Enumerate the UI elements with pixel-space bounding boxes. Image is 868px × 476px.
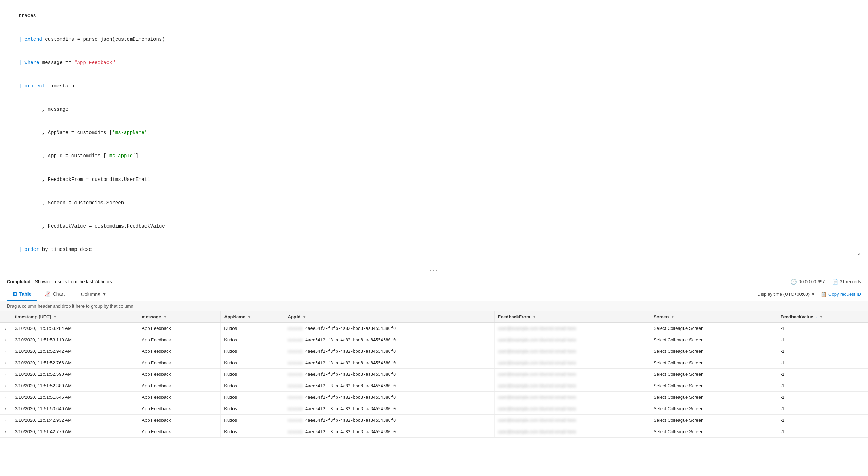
cell-timestamp: 3/10/2020, 11:51:42.932 AM bbox=[11, 414, 138, 426]
cell-feedbackfrom: user@example.com blurred email here bbox=[495, 346, 650, 357]
copy-request-button[interactable]: 📋 Copy request ID bbox=[821, 292, 861, 297]
row-expand-button[interactable]: › bbox=[3, 395, 8, 400]
collapse-editor-button[interactable]: ⌃ bbox=[857, 251, 861, 261]
cell-timestamp: 3/10/2020, 11:51:52.590 AM bbox=[11, 368, 138, 380]
copy-request-label: Copy request ID bbox=[828, 292, 861, 297]
row-expand-cell: › bbox=[0, 426, 11, 437]
code-line-7: , FeedbackFrom = customdims.UserEmail bbox=[7, 168, 861, 191]
query-editor[interactable]: traces | extend customdims = parse_json(… bbox=[0, 0, 868, 264]
cell-timestamp: 3/10/2020, 11:51:42.779 AM bbox=[11, 426, 138, 437]
records-count: 📄 31 records bbox=[832, 279, 861, 285]
table-row[interactable]: ›3/10/2020, 11:51:52.380 AMApp FeedbackK… bbox=[0, 380, 868, 391]
feedbackvalue-filter-icon[interactable]: ▼ bbox=[819, 315, 823, 319]
cell-screen: Select Colleague Screen bbox=[650, 334, 777, 346]
table-body: ›3/10/2020, 11:51:53.284 AMApp FeedbackK… bbox=[0, 323, 868, 438]
code-line-1: | extend customdims = parse_json(customD… bbox=[7, 27, 861, 51]
row-expand-cell: › bbox=[0, 334, 11, 346]
screen-filter-icon[interactable]: ▼ bbox=[671, 315, 674, 319]
table-scroll-area[interactable]: timestamp [UTC] ▼ message ▼ AppName bbox=[0, 311, 868, 476]
cell-feedbackfrom: user@example.com blurred email here bbox=[495, 403, 650, 414]
row-expand-button[interactable]: › bbox=[3, 337, 8, 343]
row-expand-button[interactable]: › bbox=[3, 326, 8, 331]
appname-filter-icon[interactable]: ▼ bbox=[247, 315, 251, 319]
cell-feedbackvalue: -1 bbox=[777, 334, 868, 346]
th-screen[interactable]: Screen ▼ bbox=[650, 311, 777, 323]
row-expand-cell: › bbox=[0, 323, 11, 334]
display-time-chevron: ▼ bbox=[811, 292, 815, 297]
cell-appid: xxxxxx 4aee54f2-f8fb-4a82-bbd3-aa3455438… bbox=[284, 323, 495, 334]
table-row[interactable]: ›3/10/2020, 11:51:42.779 AMApp FeedbackK… bbox=[0, 426, 868, 437]
cell-feedbackfrom: user@example.com blurred email here bbox=[495, 323, 650, 334]
row-expand-button[interactable]: › bbox=[3, 418, 8, 423]
tab-chart[interactable]: 📈 Chart bbox=[39, 288, 70, 301]
th-feedbackvalue[interactable]: FeedbackValue ↓ ▼ bbox=[777, 311, 868, 323]
cell-screen: Select Colleague Screen bbox=[650, 426, 777, 437]
cell-message: App Feedback bbox=[138, 334, 221, 346]
execution-time: 🕐 00:00:00.697 bbox=[790, 279, 825, 285]
th-screen-label: Screen bbox=[654, 314, 669, 319]
th-feedbackfrom-label: FeedbackFrom bbox=[498, 314, 530, 319]
row-expand-button[interactable]: › bbox=[3, 349, 8, 354]
code-line-3: | project timestamp bbox=[7, 74, 861, 98]
section-separator: ··· bbox=[0, 264, 868, 276]
cell-timestamp: 3/10/2020, 11:51:52.380 AM bbox=[11, 380, 138, 391]
cell-feedbackvalue: -1 bbox=[777, 380, 868, 391]
columns-label: Columns bbox=[81, 292, 100, 297]
toolbar: ⊞ Table 📈 Chart Columns ▼ Display time (… bbox=[0, 288, 868, 301]
row-expand-cell: › bbox=[0, 357, 11, 368]
cell-screen: Select Colleague Screen bbox=[650, 357, 777, 368]
cell-appname: Kudos bbox=[221, 334, 284, 346]
tab-table[interactable]: ⊞ Table bbox=[7, 288, 37, 301]
row-expand-button[interactable]: › bbox=[3, 429, 8, 435]
row-expand-cell: › bbox=[0, 391, 11, 403]
cell-message: App Feedback bbox=[138, 346, 221, 357]
table-header: timestamp [UTC] ▼ message ▼ AppName bbox=[0, 311, 868, 323]
copy-icon: 📋 bbox=[821, 292, 827, 297]
table-row[interactable]: ›3/10/2020, 11:51:52.942 AMApp FeedbackK… bbox=[0, 346, 868, 357]
th-appid[interactable]: AppId ▼ bbox=[284, 311, 495, 323]
cell-message: App Feedback bbox=[138, 403, 221, 414]
cell-appname: Kudos bbox=[221, 380, 284, 391]
cell-appname: Kudos bbox=[221, 346, 284, 357]
feedbackfrom-filter-icon[interactable]: ▼ bbox=[532, 315, 536, 319]
appid-filter-icon[interactable]: ▼ bbox=[302, 315, 306, 319]
feedbackvalue-sort-icon[interactable]: ↓ bbox=[815, 315, 818, 319]
cell-feedbackvalue: -1 bbox=[777, 403, 868, 414]
th-timestamp-label: timestamp [UTC] bbox=[15, 314, 51, 319]
display-time-button[interactable]: Display time (UTC+00:00) ▼ bbox=[757, 292, 815, 297]
table-row[interactable]: ›3/10/2020, 11:51:50.640 AMApp FeedbackK… bbox=[0, 403, 868, 414]
completed-label: Completed bbox=[7, 279, 30, 284]
th-appname[interactable]: AppName ▼ bbox=[221, 311, 284, 323]
message-filter-icon[interactable]: ▼ bbox=[163, 315, 167, 319]
cell-screen: Select Colleague Screen bbox=[650, 380, 777, 391]
cell-timestamp: 3/10/2020, 11:51:53.284 AM bbox=[11, 323, 138, 334]
cell-appname: Kudos bbox=[221, 368, 284, 380]
row-expand-button[interactable]: › bbox=[3, 372, 8, 377]
cell-appname: Kudos bbox=[221, 414, 284, 426]
row-expand-button[interactable]: › bbox=[3, 383, 8, 389]
cell-feedbackvalue: -1 bbox=[777, 391, 868, 403]
row-expand-button[interactable]: › bbox=[3, 406, 8, 412]
timestamp-filter-icon[interactable]: ▼ bbox=[53, 315, 57, 319]
code-line-5: , AppName = customdims.['ms-appName'] bbox=[7, 121, 861, 144]
row-expand-button[interactable]: › bbox=[3, 360, 8, 366]
table-row[interactable]: ›3/10/2020, 11:51:52.766 AMApp FeedbackK… bbox=[0, 357, 868, 368]
table-row[interactable]: ›3/10/2020, 11:51:53.284 AMApp FeedbackK… bbox=[0, 323, 868, 334]
table-row[interactable]: ›3/10/2020, 11:51:53.110 AMApp FeedbackK… bbox=[0, 334, 868, 346]
cell-appid: xxxxxx 4aee54f2-f8fb-4a82-bbd3-aa3455438… bbox=[284, 426, 495, 437]
th-timestamp[interactable]: timestamp [UTC] ▼ bbox=[11, 311, 138, 323]
th-message[interactable]: message ▼ bbox=[138, 311, 221, 323]
cell-feedbackfrom: user@example.com blurred email here bbox=[495, 391, 650, 403]
cell-message: App Feedback bbox=[138, 323, 221, 334]
table-row[interactable]: ›3/10/2020, 11:51:52.590 AMApp FeedbackK… bbox=[0, 368, 868, 380]
columns-button[interactable]: Columns ▼ bbox=[76, 289, 111, 300]
th-appname-label: AppName bbox=[224, 314, 245, 319]
table-row[interactable]: ›3/10/2020, 11:51:51.646 AMApp FeedbackK… bbox=[0, 391, 868, 403]
th-expand bbox=[0, 311, 11, 323]
row-expand-cell: › bbox=[0, 346, 11, 357]
cell-message: App Feedback bbox=[138, 357, 221, 368]
table-row[interactable]: ›3/10/2020, 11:51:42.932 AMApp FeedbackK… bbox=[0, 414, 868, 426]
header-row: timestamp [UTC] ▼ message ▼ AppName bbox=[0, 311, 868, 323]
th-feedbackfrom[interactable]: FeedbackFrom ▼ bbox=[495, 311, 650, 323]
cell-feedbackfrom: user@example.com blurred email here bbox=[495, 380, 650, 391]
